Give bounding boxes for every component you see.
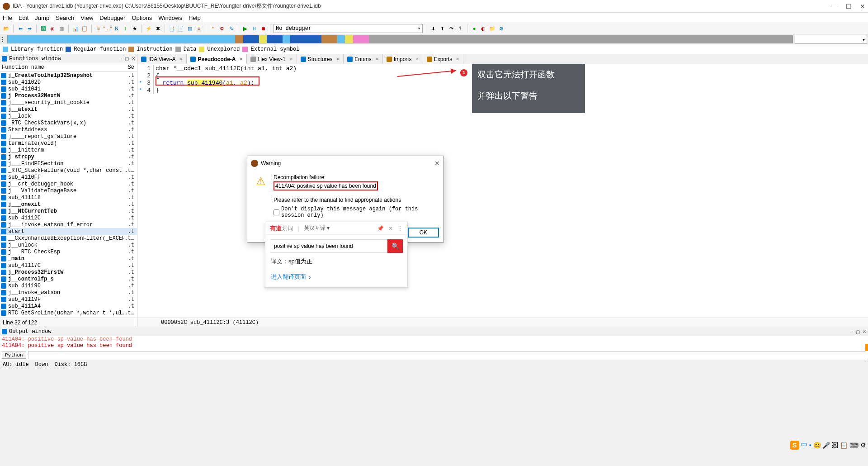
ime-lang[interactable]: 中 bbox=[801, 441, 807, 449]
function-row[interactable]: j__NtCurrentTeb.t bbox=[0, 208, 137, 214]
tool-icon[interactable]: ◐ bbox=[480, 25, 487, 32]
tab-enums[interactable]: Enums✕ bbox=[344, 54, 382, 64]
tool-icon[interactable]: 📑 bbox=[168, 25, 175, 32]
function-row[interactable]: j___RTC_CheckEsp.t bbox=[0, 248, 137, 255]
panel-close-icon[interactable]: ✕ bbox=[863, 329, 866, 334]
tab-close-icon[interactable]: ✕ bbox=[289, 57, 293, 62]
tool-icon[interactable]: ≡ bbox=[95, 25, 102, 32]
back-icon[interactable]: ⬅ bbox=[17, 25, 24, 32]
tool-icon[interactable]: "…" bbox=[104, 25, 111, 32]
function-row[interactable]: sub_411190.t bbox=[0, 282, 137, 289]
tool-icon[interactable]: ⬇ bbox=[429, 25, 437, 32]
tool-icon[interactable]: ✎ bbox=[227, 25, 235, 32]
function-row[interactable]: j_strcpy.t bbox=[0, 153, 137, 160]
tab-close-icon[interactable]: ✕ bbox=[336, 57, 340, 62]
ok-button[interactable]: OK bbox=[408, 228, 439, 238]
trans-close-icon[interactable]: ✕ bbox=[388, 225, 393, 232]
tab-close-icon[interactable]: ✕ bbox=[375, 57, 379, 62]
tool-icon[interactable]: f bbox=[122, 25, 129, 32]
function-row[interactable]: j____report_gsfailure.t bbox=[0, 133, 137, 140]
function-row[interactable]: j___onexit.t bbox=[0, 201, 137, 208]
python-input[interactable] bbox=[28, 351, 866, 359]
tab-close-icon[interactable]: ✕ bbox=[179, 57, 183, 62]
col-name[interactable]: Function name bbox=[0, 63, 124, 71]
tool-icon[interactable]: 📄 bbox=[177, 25, 184, 32]
menu-help[interactable]: Help bbox=[189, 14, 201, 21]
minimize-button[interactable]: — bbox=[831, 3, 838, 10]
stop-icon[interactable]: ⏹ bbox=[259, 25, 267, 32]
tool-icon[interactable]: * bbox=[209, 25, 217, 32]
function-row[interactable]: j_Process32NextW.t bbox=[0, 92, 137, 99]
panel-undock-icon[interactable]: ▢ bbox=[125, 56, 129, 61]
sogou-icon[interactable]: S bbox=[790, 441, 799, 450]
tool-icon[interactable]: ⬆ bbox=[439, 25, 446, 32]
panel-menu-icon[interactable]: ▫ bbox=[120, 56, 122, 61]
menu-search[interactable]: Search bbox=[56, 14, 74, 21]
menu-file[interactable]: File bbox=[3, 14, 12, 21]
panel-undock-icon[interactable]: ▢ bbox=[856, 329, 860, 334]
translation-search-button[interactable]: 🔍 bbox=[387, 239, 403, 253]
ime-icons[interactable]: 😊 🎤 🖼 📋 ⌨ ⚙ bbox=[813, 442, 866, 449]
tab-hex[interactable]: Hex View-1✕ bbox=[247, 54, 297, 64]
tool-icon[interactable]: ◉ bbox=[49, 25, 56, 32]
function-row[interactable]: j___invoke_watson_if_error.t bbox=[0, 221, 137, 228]
tab-imports[interactable]: Imports✕ bbox=[383, 54, 423, 64]
nav-combo[interactable] bbox=[795, 35, 867, 44]
function-row[interactable]: sub_41102D.t bbox=[0, 79, 137, 86]
tool-icon[interactable]: ✖ bbox=[154, 25, 161, 32]
open-icon[interactable]: 📂 bbox=[3, 25, 10, 32]
function-row[interactable]: sub_4110FF.t bbox=[0, 174, 137, 181]
dialog-checkbox-row[interactable]: Don't display this message again (for th… bbox=[274, 206, 437, 219]
menu-view[interactable]: View bbox=[80, 14, 93, 21]
function-row[interactable]: sub_41119F.t bbox=[0, 296, 137, 303]
function-row[interactable]: __CxxUnhandledExceptionFilter(_EXCEP….t… bbox=[0, 235, 137, 242]
translation-input[interactable] bbox=[270, 239, 387, 253]
tool-icon[interactable]: ↷ bbox=[448, 25, 455, 32]
functions-list[interactable]: j_CreateToolhelp32Snapshot.tsub_41102D.t… bbox=[0, 72, 137, 318]
function-row[interactable]: _main.t bbox=[0, 255, 137, 262]
output-body[interactable]: 411A04: positive sp value has been found… bbox=[0, 336, 868, 350]
panel-menu-icon[interactable]: ▫ bbox=[851, 329, 853, 334]
debugger-combo[interactable]: No debugger bbox=[274, 24, 423, 33]
maximize-button[interactable]: ☐ bbox=[846, 3, 852, 10]
nav-overview[interactable] bbox=[7, 35, 793, 43]
tool-icon[interactable]: ▤ bbox=[186, 25, 193, 32]
function-row[interactable]: start.t bbox=[0, 228, 137, 235]
function-row[interactable]: j__controlfp_s.t bbox=[0, 276, 137, 282]
menu-windows[interactable]: Windows bbox=[158, 14, 182, 21]
tool-icon[interactable]: 📋 bbox=[81, 25, 88, 32]
function-row[interactable]: sub_41112C.t bbox=[0, 214, 137, 221]
function-row[interactable]: _RTC_CheckStackVars(x,x).t bbox=[0, 119, 137, 126]
nav-handle[interactable]: ⋮ bbox=[0, 34, 6, 44]
tab-structures[interactable]: Structures✕ bbox=[297, 54, 344, 64]
tool-icon[interactable]: ⚙ bbox=[218, 25, 226, 32]
menu-options[interactable]: Options bbox=[132, 14, 152, 21]
function-row[interactable]: j__invoke_watson.t bbox=[0, 289, 137, 296]
function-row[interactable]: StartAddress.t bbox=[0, 126, 137, 133]
function-row[interactable]: j__unlock.t bbox=[0, 242, 137, 248]
tool-icon[interactable]: ≡ bbox=[195, 25, 203, 32]
tool-icon[interactable]: ⚙ bbox=[498, 25, 505, 32]
tool-icon[interactable]: ● bbox=[471, 25, 478, 32]
tool-icon[interactable]: 🅰 bbox=[40, 25, 47, 32]
function-row[interactable]: RTC GetSrcLine(uchar *,wchar t *,ul….t… bbox=[0, 309, 137, 316]
close-button[interactable]: ✕ bbox=[860, 3, 865, 10]
tab-pseudocode[interactable]: Pseudocode-A✕ bbox=[187, 54, 247, 64]
col-seg[interactable]: Se bbox=[124, 63, 137, 71]
translation-link[interactable]: 进入翻译页面› bbox=[265, 269, 407, 287]
function-row[interactable]: j__crt_debugger_hook.t bbox=[0, 181, 137, 187]
menu-edit[interactable]: Edit bbox=[19, 14, 28, 21]
function-row[interactable]: j_Process32FirstW.t bbox=[0, 269, 137, 276]
translation-mode[interactable]: 英汉互译 ▾ bbox=[304, 224, 330, 232]
forward-icon[interactable]: ➡ bbox=[26, 25, 33, 32]
tool-icon[interactable]: ★ bbox=[131, 25, 138, 32]
function-row[interactable]: _RTC_StackFailure(void *,char const *).t… bbox=[0, 167, 137, 174]
tool-icon[interactable]: 📊 bbox=[72, 25, 79, 32]
tool-icon[interactable]: ⚡ bbox=[145, 25, 152, 32]
trans-more-icon[interactable]: ⋮ bbox=[397, 225, 403, 232]
function-row[interactable]: sub_4111A4.t bbox=[0, 303, 137, 309]
dialog-close-icon[interactable]: ✕ bbox=[434, 160, 440, 167]
function-row[interactable]: sub_411041.t bbox=[0, 86, 137, 92]
tool-icon[interactable]: 📁 bbox=[489, 25, 496, 32]
tab-ida-view[interactable]: IDA View-A✕ bbox=[137, 54, 187, 64]
